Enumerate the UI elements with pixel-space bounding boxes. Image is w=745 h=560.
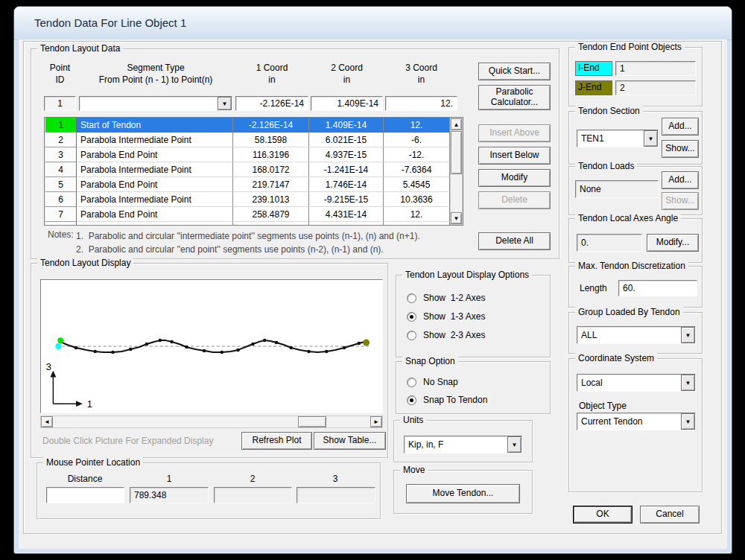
table-row[interactable]: 6Parabola Intermediate Point239.1013-9.2… xyxy=(45,192,450,207)
segment-cell[interactable]: Parabola Intermediate Point xyxy=(77,192,233,207)
refresh-plot-button[interactable]: Refresh Plot xyxy=(241,432,312,450)
tendon-points-table[interactable]: 1Start of Tendon-2.126E-141.409E-1412.2P… xyxy=(44,117,463,226)
scroll-up-icon[interactable]: ▲ xyxy=(451,118,462,130)
table-row[interactable]: 1Start of Tendon-2.126E-141.409E-1412. xyxy=(45,118,450,133)
delete-all-button[interactable]: Delete All xyxy=(478,232,551,250)
move-tendon-button[interactable]: Move Tendon... xyxy=(406,484,520,503)
chevron-down-icon[interactable]: ▼ xyxy=(644,130,658,147)
row-id-cell[interactable]: 8 xyxy=(45,222,77,226)
coord1-cell[interactable]: 58.1598 xyxy=(233,133,309,147)
distance-field[interactable] xyxy=(46,487,124,503)
row-id-cell[interactable]: 7 xyxy=(45,207,77,222)
display-option-radio-2[interactable] xyxy=(407,312,416,322)
chevron-down-icon[interactable]: ▼ xyxy=(507,436,522,453)
edit-coord1-field[interactable]: -2.126E-14 xyxy=(235,96,308,111)
table-row[interactable]: 5Parabola End Point219.71471.746E-145.45… xyxy=(45,177,450,192)
show-table-button[interactable]: Show Table... xyxy=(314,432,386,450)
max-tendon-discretization-group: Max. Tendon Discretization Length 60. xyxy=(568,266,703,308)
group-loaded-combo[interactable]: ALL ▼ xyxy=(577,326,696,344)
chevron-down-icon[interactable]: ▼ xyxy=(218,97,232,110)
units-combo[interactable]: Kip, in, F ▼ xyxy=(404,436,522,454)
coord1-cell[interactable]: 258.4879 xyxy=(233,207,309,222)
edit-coord3-field[interactable]: 12. xyxy=(385,96,457,111)
object-type-combo[interactable]: Current Tendon ▼ xyxy=(577,413,696,430)
scrollbar-thumb[interactable] xyxy=(451,131,462,174)
plot-horizontal-scrollbar[interactable]: ◄ ► xyxy=(40,416,383,428)
parabolic-calculator-button[interactable]: Parabolic Calculator... xyxy=(478,85,551,110)
ok-button[interactable]: OK xyxy=(573,506,633,524)
snap-option-radio-1[interactable] xyxy=(407,378,416,387)
row-id-cell[interactable]: 4 xyxy=(45,162,77,177)
coord3-cell[interactable]: -6. xyxy=(384,133,450,147)
segment-cell[interactable]: Parabola End Point xyxy=(77,147,233,162)
coord3-cell[interactable]: 10.9091 xyxy=(384,222,450,226)
chevron-down-icon[interactable]: ▼ xyxy=(681,375,695,391)
double-click-hint: Double Click Picture For Expanded Displa… xyxy=(42,436,213,446)
row-id-cell[interactable]: 1 xyxy=(45,118,77,133)
coord2-cell[interactable]: -1.241E-14 xyxy=(309,162,384,177)
scroll-left-icon[interactable]: ◄ xyxy=(41,416,53,427)
coord1-cell[interactable]: 277.8745 xyxy=(233,222,309,226)
edit-coord2-field[interactable]: 1.409E-14 xyxy=(311,96,383,111)
coord1-cell[interactable]: 116.3196 xyxy=(233,147,309,162)
coord2-cell[interactable]: 4.431E-14 xyxy=(309,207,384,222)
scroll-down-icon[interactable]: ▼ xyxy=(451,212,462,224)
modify-button[interactable]: Modify xyxy=(478,169,551,187)
quick-start-button[interactable]: Quick Start... xyxy=(478,63,551,80)
axes-angle-modify-button[interactable]: Modify... xyxy=(647,234,699,252)
coord3-cell[interactable]: 12. xyxy=(384,207,450,222)
cancel-button[interactable]: Cancel xyxy=(640,506,700,524)
chevron-down-icon[interactable]: ▼ xyxy=(681,413,695,430)
snap-option-label: Snap Option xyxy=(402,356,458,367)
coord1-cell[interactable]: 168.0172 xyxy=(233,162,309,177)
length-field[interactable]: 60. xyxy=(618,280,697,296)
tendon-section-combo[interactable]: TEN1 ▼ xyxy=(577,130,659,147)
segment-cell[interactable]: Parabola Intermediate Point xyxy=(77,162,233,177)
snap-option-radio-2[interactable] xyxy=(407,395,416,405)
object-type-label: Object Type xyxy=(579,401,627,411)
display-option-radio-3[interactable] xyxy=(407,331,416,340)
coord3-cell[interactable]: 12. xyxy=(384,118,450,133)
coordinate-system-combo[interactable]: Local ▼ xyxy=(577,374,696,392)
coord2-cell[interactable]: 4.937E-15 xyxy=(309,147,384,162)
display-option-radio-1[interactable] xyxy=(407,293,416,303)
coord2-cell[interactable]: 1.746E-14 xyxy=(309,177,384,192)
coord1-cell[interactable]: 219.7147 xyxy=(233,177,309,192)
section-show-button[interactable]: Show... xyxy=(662,140,699,158)
segment-cell[interactable]: Parabola Intermediate Point xyxy=(77,133,233,147)
coord2-cell[interactable]: 1.409E-14 xyxy=(309,118,384,133)
coord1-cell[interactable]: 239.1013 xyxy=(233,192,309,207)
scrollbar-thumb[interactable] xyxy=(298,416,326,427)
row-id-cell[interactable]: 3 xyxy=(45,147,77,162)
segment-cell[interactable]: Start of Tendon xyxy=(77,118,233,133)
tendon-layout-data-label: Tendon Layout Data xyxy=(37,43,123,54)
table-row[interactable]: 7Parabola End Point258.48794.431E-1412. xyxy=(45,207,450,222)
section-add-button[interactable]: Add... xyxy=(662,118,699,136)
coord3-cell[interactable]: -12. xyxy=(384,147,450,162)
segment-cell[interactable]: Parabola End Point xyxy=(77,207,233,222)
row-id-cell[interactable]: 6 xyxy=(45,192,77,207)
table-row[interactable]: 3Parabola End Point116.31964.937E-15-12. xyxy=(45,147,450,162)
table-vertical-scrollbar[interactable]: ▲ ▼ xyxy=(450,118,463,225)
axis-1-arrowhead xyxy=(76,401,83,407)
coord1-cell[interactable]: -2.126E-14 xyxy=(233,118,309,133)
segment-cell[interactable]: Parabola Intermediate Point xyxy=(77,222,233,226)
segment-cell[interactable]: Parabola End Point xyxy=(77,177,233,192)
coord2-cell[interactable]: 6.021E-15 xyxy=(309,133,384,147)
table-row[interactable]: 4Parabola Intermediate Point168.0172-1.2… xyxy=(45,162,450,177)
tendon-plot[interactable]: 31 xyxy=(40,279,383,413)
segment-type-combo[interactable]: ▼ xyxy=(79,96,232,111)
coord2-cell[interactable]: -9.215E-15 xyxy=(309,192,384,207)
coord3-cell[interactable]: -7.6364 xyxy=(384,162,450,177)
insert-below-button[interactable]: Insert Below xyxy=(478,147,551,165)
row-id-cell[interactable]: 5 xyxy=(45,177,77,192)
row-id-cell[interactable]: 2 xyxy=(45,133,77,147)
chevron-down-icon[interactable]: ▼ xyxy=(681,327,695,343)
scroll-right-icon[interactable]: ► xyxy=(370,416,382,427)
table-row[interactable]: 2Parabola Intermediate Point58.15986.021… xyxy=(45,133,450,147)
coord3-cell[interactable]: 5.4545 xyxy=(384,177,450,192)
coord2-cell[interactable]: 3.493E-15 xyxy=(309,222,384,226)
coord3-cell[interactable]: 10.3636 xyxy=(384,192,450,207)
table-row[interactable]: 8Parabola Intermediate Point277.87453.49… xyxy=(45,222,450,226)
loads-add-button[interactable]: Add... xyxy=(662,171,699,189)
